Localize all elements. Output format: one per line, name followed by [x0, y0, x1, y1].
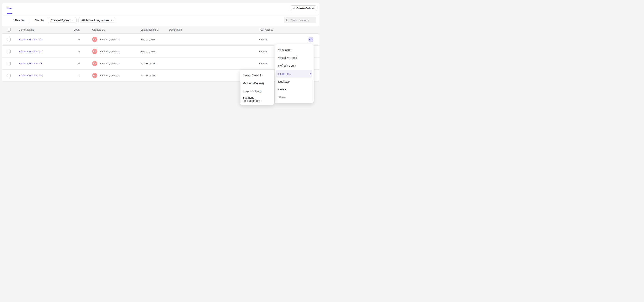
cohort-name-link[interactable]: ExternalInfo Test #3	[19, 62, 42, 65]
cohort-name-link[interactable]: ExternalInfo Test #2	[19, 74, 42, 77]
column-header-count[interactable]: Count	[74, 28, 80, 31]
dot-icon	[310, 39, 310, 40]
filter-by-label: Filter by	[34, 19, 44, 22]
select-all-checkbox[interactable]	[7, 28, 11, 32]
row-actions-menu: View Users Visualize Trend Refresh Count…	[275, 44, 314, 103]
dot-icon	[312, 39, 312, 40]
menu-item[interactable]: Refresh Count	[275, 62, 314, 70]
filter-integrations-dropdown[interactable]: All Active Integrations	[78, 17, 116, 23]
submenu-item[interactable]: Marketo (Default)	[240, 80, 274, 87]
menu-item[interactable]: Share	[275, 94, 314, 101]
row-actions-button[interactable]	[308, 37, 313, 42]
avatar: KV	[92, 73, 97, 78]
created-by-name: Kalwani, Vishaal	[100, 74, 119, 77]
submenu-item[interactable]: Braze (Default)	[240, 87, 274, 95]
last-modified-date: Jul 26, 2021	[141, 62, 169, 65]
table-row: ExternalInfo Test #5 4 KV Kalwani, Visha…	[2, 34, 320, 46]
chevron-right-icon	[310, 72, 311, 75]
row-checkbox[interactable]	[7, 74, 11, 78]
column-header-last-modified[interactable]: Last Modified	[141, 28, 169, 31]
avatar: KV	[92, 49, 97, 54]
export-submenu: Airship (Default) Marketo (Default) Braz…	[240, 70, 274, 105]
access-cell: Owner	[259, 38, 308, 41]
cohort-count: 4	[74, 38, 80, 41]
chevron-down-icon	[72, 20, 74, 21]
menu-item[interactable]: Visualize Trend	[275, 54, 314, 62]
last-modified-date: Sep 20, 2021	[141, 38, 169, 41]
results-count: 4 Results	[13, 19, 25, 22]
tab-bar: User	[2, 3, 320, 14]
submenu-item[interactable]: Airship (Default)	[240, 72, 274, 80]
menu-item[interactable]: Delete	[275, 86, 314, 94]
dot-icon	[310, 39, 311, 40]
row-checkbox[interactable]	[7, 62, 11, 66]
filter-integrations-label: All Active Integrations	[81, 19, 109, 22]
menu-item[interactable]: Export to...	[276, 70, 312, 78]
last-modified-date: Jul 26, 2021	[141, 74, 169, 77]
search-icon	[286, 18, 289, 22]
column-header-created-by[interactable]: Created By	[92, 28, 141, 31]
created-by-name: Kalwani, Vishaal	[100, 38, 119, 41]
cohort-name-link[interactable]: ExternalInfo Test #5	[19, 38, 42, 41]
menu-item[interactable]: Duplicate	[275, 78, 314, 86]
row-checkbox[interactable]	[7, 50, 11, 54]
cohort-count: 4	[74, 62, 80, 65]
filter-created-by-label: Created By You	[51, 19, 70, 22]
search-cohorts	[284, 17, 316, 23]
last-modified-date: Sep 20, 2021	[141, 50, 169, 53]
created-by-name: Kalwani, Vishaal	[100, 62, 119, 65]
table-row: ExternalInfo Test #4 4 KV Kalwani, Visha…	[2, 46, 320, 58]
cohort-count: 1	[74, 74, 80, 77]
cohort-count: 4	[74, 50, 80, 53]
plus-icon: +	[293, 7, 295, 10]
toolbar: 4 Results Filter by Created By You All A…	[2, 14, 320, 26]
column-header-your-access[interactable]: Your Access	[259, 28, 308, 31]
cohort-name-link[interactable]: ExternalInfo Test #4	[19, 50, 42, 53]
row-checkbox[interactable]	[7, 38, 11, 42]
chevron-down-icon	[111, 20, 113, 21]
column-header-description[interactable]: Description	[169, 28, 259, 31]
table-row: ExternalInfo Test #3 4 KV Kalwani, Visha…	[2, 58, 320, 70]
sort-icon	[157, 28, 159, 31]
avatar: KV	[92, 61, 97, 66]
create-cohort-button[interactable]: + Create Cohort	[290, 5, 317, 11]
filter-created-by-dropdown[interactable]: Created By You	[48, 17, 77, 23]
create-cohort-label: Create Cohort	[296, 7, 314, 10]
table-header: Cohort Name Count Created By Last Modifi…	[2, 26, 320, 34]
toolbar-divider	[30, 18, 30, 23]
column-header-cohort-name[interactable]: Cohort Name	[19, 28, 74, 31]
submenu-item[interactable]: Segment (test_segment)	[240, 95, 274, 103]
created-by-name: Kalwani, Vishaal	[100, 50, 119, 53]
tab-user[interactable]: User	[6, 3, 12, 14]
avatar: KV	[92, 37, 97, 42]
menu-item[interactable]: View Users	[275, 46, 314, 54]
